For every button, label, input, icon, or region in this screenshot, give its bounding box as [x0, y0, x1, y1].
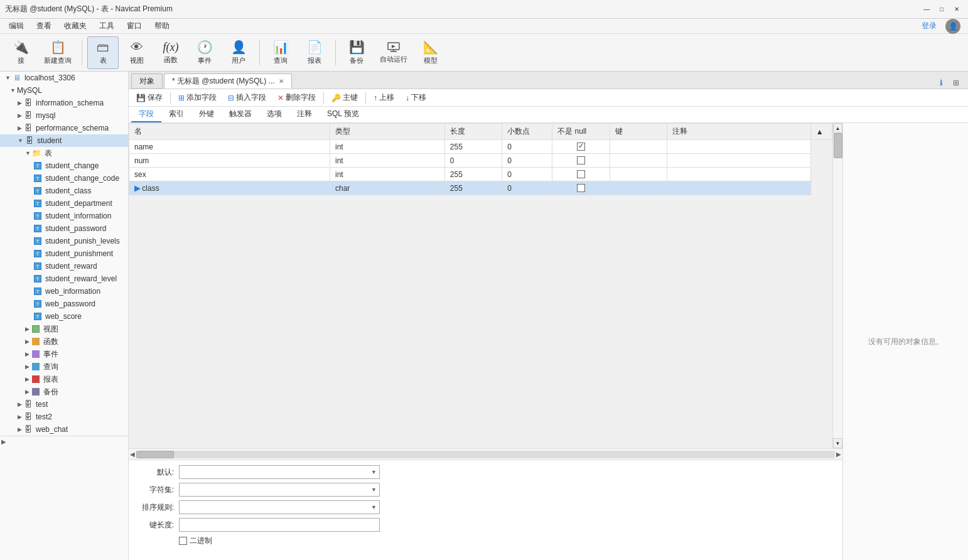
move-up-button[interactable]: ↑ 上移 [368, 91, 399, 105]
toolbar-view[interactable]: 👁 视图 [121, 36, 153, 69]
table-vscroll[interactable]: ▲ ▼ [832, 123, 842, 448]
field-type-cell[interactable]: int [330, 168, 445, 181]
toolbar-new-query[interactable]: 📋 新建查询 [39, 36, 77, 69]
table-row[interactable]: name int 255 0 [129, 140, 832, 154]
field-notnull-cell[interactable] [552, 168, 610, 181]
notnull-checkbox[interactable] [577, 170, 585, 178]
sidebar-db-test[interactable]: ▶ 🗄 test [0, 398, 128, 411]
sidebar-db-performance-schema[interactable]: ▶ 🗄 performance_schema [0, 122, 128, 134]
sidebar-table-group[interactable]: ▼ 📁 表 [0, 147, 128, 159]
login-button[interactable]: 登录 [915, 19, 943, 33]
toolbar-query[interactable]: 📊 查询 [265, 36, 296, 69]
field-length-cell[interactable]: 255 [444, 181, 502, 195]
table-scroll[interactable]: 名 类型 长度 小数点 不是 null 键 注释 ▲ [129, 123, 832, 448]
sidebar-db-test2[interactable]: ▶ 🗄 test2 [0, 411, 128, 423]
menu-edit[interactable]: 编辑 [3, 19, 30, 33]
tab-triggers[interactable]: 触发器 [222, 107, 259, 122]
sidebar-table-student-class[interactable]: T student_class [0, 185, 128, 197]
tab-objects[interactable]: 对象 [131, 73, 163, 89]
field-key-cell[interactable] [610, 154, 667, 168]
sidebar-table-student-change[interactable]: T student_change [0, 159, 128, 172]
tab-indexes[interactable]: 索引 [161, 107, 191, 122]
key-length-input[interactable] [179, 518, 380, 532]
binary-checkbox[interactable] [179, 537, 187, 545]
sidebar-db-information-schema[interactable]: ▶ 🗄 information_schema [0, 97, 128, 109]
menu-help[interactable]: 帮助 [148, 19, 176, 33]
hscroll-track[interactable] [136, 451, 835, 458]
scroll-left-arrow[interactable]: ◀ [130, 451, 135, 458]
toolbar-function[interactable]: f(x) 函数 [155, 36, 186, 69]
scroll-down-arrow[interactable]: ▼ [833, 438, 842, 448]
sidebar-mysql[interactable]: ▼ MySQL [0, 84, 128, 97]
key-length-text-input[interactable] [182, 520, 377, 529]
add-field-button[interactable]: ⊞ 添加字段 [173, 91, 222, 105]
charset-select[interactable]: ▼ [179, 483, 380, 497]
toolbar-user[interactable]: 👤 用户 [223, 36, 254, 69]
notnull-checkbox[interactable] [577, 143, 585, 151]
maximize-button[interactable]: □ [935, 4, 948, 15]
sidebar-event-group[interactable]: ▶ 事件 [0, 348, 128, 360]
sidebar-func-group[interactable]: ▶ 函数 [0, 335, 128, 348]
sidebar-report-group[interactable]: ▶ 报表 [0, 373, 128, 385]
sidebar-table-student-punish-levels[interactable]: T student_punish_levels [0, 235, 128, 247]
field-notnull-cell[interactable] [552, 181, 610, 195]
scroll-up-arrow[interactable]: ▲ [833, 123, 842, 133]
tab-active[interactable]: * 无标题 @student (MySQL) ... ✕ [164, 73, 292, 89]
move-down-button[interactable]: ↓ 下移 [401, 91, 431, 105]
field-notnull-cell[interactable] [552, 140, 610, 154]
sidebar-table-student-reward-level[interactable]: T student_reward_level [0, 272, 128, 285]
insert-field-button[interactable]: ⊟ 插入字段 [223, 91, 271, 105]
toolbar-model[interactable]: 📐 模型 [415, 36, 446, 69]
tab-close-icon[interactable]: ✕ [279, 78, 284, 85]
field-decimal-cell[interactable]: 0 [502, 181, 552, 195]
default-text-input[interactable] [182, 468, 377, 477]
menu-window[interactable]: 窗口 [121, 19, 148, 33]
toolbar-event[interactable]: 🕐 事件 [189, 36, 220, 69]
sidebar-view-group[interactable]: ▶ 视图 [0, 323, 128, 335]
tab-foreign-keys[interactable]: 外键 [191, 107, 222, 122]
notnull-checkbox[interactable] [577, 156, 585, 164]
field-key-cell[interactable] [610, 181, 667, 195]
layout-icon-button[interactable]: ⊞ [949, 77, 963, 89]
field-key-cell[interactable] [610, 168, 667, 181]
sidebar-table-student-change-code[interactable]: T student_change_code [0, 172, 128, 185]
sidebar-backup-group[interactable]: ▶ 备份 [0, 385, 128, 398]
toolbar-connect[interactable]: 🔌 接 [5, 36, 36, 69]
field-type-cell[interactable]: int [330, 140, 445, 154]
scroll-thumb[interactable] [834, 133, 842, 158]
sidebar-table-student-password[interactable]: T student_password [0, 222, 128, 235]
field-comment-cell[interactable] [667, 154, 811, 168]
field-name-cell[interactable]: num [129, 154, 330, 168]
field-name-cell[interactable]: sex [129, 168, 330, 181]
collation-text-input[interactable] [182, 503, 377, 512]
sidebar-scroll-right[interactable]: ▶ [0, 436, 128, 447]
delete-field-button[interactable]: ✕ 删除字段 [272, 91, 321, 105]
field-length-cell[interactable]: 0 [444, 154, 502, 168]
sidebar-db-web-chat[interactable]: ▶ 🗄 web_chat [0, 423, 128, 436]
field-decimal-cell[interactable]: 0 [502, 168, 552, 181]
tab-sql-preview[interactable]: SQL 预览 [320, 107, 367, 122]
field-key-cell[interactable] [610, 140, 667, 154]
sidebar-table-student-punishment[interactable]: T student_punishment [0, 247, 128, 260]
sidebar-db-mysql[interactable]: ▶ 🗄 mysql [0, 109, 128, 122]
sidebar-table-web-information[interactable]: T web_information [0, 285, 128, 298]
field-type-cell[interactable]: char [330, 181, 445, 195]
field-length-cell[interactable]: 255 [444, 168, 502, 181]
notnull-checkbox[interactable] [577, 184, 585, 192]
default-input[interactable]: ▼ [179, 465, 380, 479]
table-row[interactable]: sex int 255 0 [129, 168, 832, 181]
tab-options[interactable]: 选项 [259, 107, 289, 122]
minimize-button[interactable]: — [920, 4, 933, 15]
toolbar-report[interactable]: 📄 报表 [299, 36, 330, 69]
scroll-right-arrow[interactable]: ▶ [836, 451, 841, 458]
sidebar-db-student[interactable]: ▼ 🗄 student [0, 134, 128, 147]
table-row[interactable]: num int 0 0 [129, 154, 832, 168]
menu-view[interactable]: 查看 [30, 19, 58, 33]
toolbar-backup[interactable]: 💾 备份 [341, 36, 372, 69]
field-decimal-cell[interactable]: 0 [502, 140, 552, 154]
sidebar-table-student-department[interactable]: T student_department [0, 197, 128, 210]
sidebar-table-web-password[interactable]: T web_password [0, 298, 128, 310]
info-icon-button[interactable]: ℹ [936, 77, 947, 89]
field-comment-cell[interactable] [667, 168, 811, 181]
field-length-cell[interactable]: 255 [444, 140, 502, 154]
